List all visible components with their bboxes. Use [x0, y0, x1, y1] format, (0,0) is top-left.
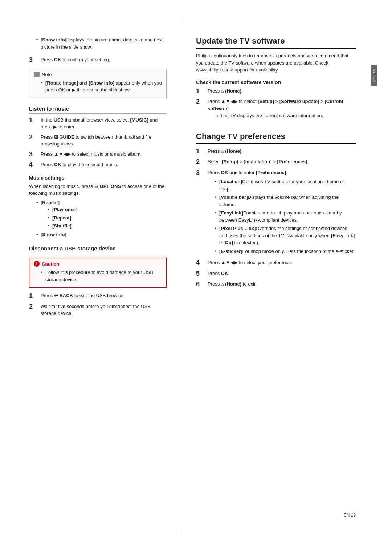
check-step-1: 1 Press ⌂ (Home). [196, 87, 356, 95]
top-bullets: [Show info]Displays the picture name, da… [29, 36, 167, 50]
e-sticker-bullet: [E-sticker]For shop mode only. Sets the … [215, 248, 356, 255]
change-tv-steps: 1 Press ⌂ (Home). 2 Select [Setup] > [In… [196, 148, 356, 288]
step3-confirm: 3 Press OK to confirm your setting. [29, 56, 167, 64]
step3-number: 3 [29, 56, 38, 64]
change-step-2-content: Select [Setup] > [Installation] > [Prefe… [208, 158, 356, 165]
volume-bar-bullet: [Volume bar]Displays the volume bar when… [215, 194, 356, 208]
change-step-5: 5 Press OK. [196, 270, 356, 278]
caution-bullets: Follow this procedure to avoid damage to… [41, 269, 162, 283]
repeat-sub-label: [Repeat] [52, 215, 71, 221]
change-tv-heading: Change TV preferences [196, 132, 356, 144]
setup-label-2: [Setup] [222, 159, 238, 164]
listen-music-heading: Listen to music [29, 106, 167, 114]
repeat-bullet: [Repeat] [Play once] [Repeat] [Shuffle] [36, 199, 167, 230]
pixel-plus-bullet: [Pixel Plus Link]Overrides the settings … [215, 225, 356, 246]
change-step-5-num: 5 [196, 270, 205, 278]
disconnect-step-2: 2 Wait for five seconds before you disco… [29, 303, 167, 317]
show-info-music-label: [Show info] [41, 232, 66, 237]
on-inner-label: [On] [223, 240, 233, 245]
change-step-3-num: 3 [196, 169, 205, 177]
left-column: [Show info]Displays the picture name, da… [0, 22, 181, 532]
listen-step-2-num: 2 [29, 134, 38, 141]
disconnect-step-1-num: 1 [29, 292, 38, 300]
repeat-label: [Repeat] [41, 200, 60, 205]
current-software-label: [Current software] [208, 99, 343, 111]
show-info-music-bullet: [Show info] [36, 231, 167, 238]
listen-step-4-content: Press OK to play the selected music. [41, 161, 167, 168]
note-bullets: [Rotate image] and [Show info] appear on… [41, 79, 162, 94]
side-tab: English [371, 65, 377, 86]
step3-content: Press OK to confirm your setting. [41, 56, 167, 63]
update-tv-intro: Philips continuously tries to improve it… [196, 52, 356, 74]
rotate-image-label: [Rotate image] [45, 80, 78, 86]
music-settings-bullets: [Repeat] [Play once] [Repeat] [Shuffle] … [36, 199, 167, 238]
listen-music-steps: 1 In the USB thumbnail browser view, sel… [29, 116, 167, 169]
note-header: Note [34, 72, 162, 77]
check-step-1-content: Press ⌂ (Home). [208, 87, 356, 95]
play-once-bullet: [Play once] [48, 206, 167, 213]
location-bullet: [Location]Optimises TV settings for your… [215, 178, 356, 192]
disconnect-usb-heading: Disconnect a USB storage device [29, 245, 167, 253]
disconnect-step-1: 1 Press ↩ BACK to exit the USB browser. [29, 292, 167, 300]
preferences-bullets: [Location]Optimises TV settings for your… [215, 178, 356, 255]
show-info-bullet: [Show info]Displays the picture name, da… [36, 36, 167, 50]
easylink-bullet: [EasyLink]Enables one-touch play and one… [215, 209, 356, 223]
pixel-plus-label: [Pixel Plus Link] [219, 226, 256, 231]
disconnect-steps: 1 Press ↩ BACK to exit the USB browser. … [29, 292, 167, 317]
ok-play-key: OK [54, 162, 61, 167]
listen-step-3-content: Press ▲▼◀▶ to select music or a music al… [41, 151, 167, 158]
options-key: ⊟ OPTIONS [94, 184, 121, 189]
home-key-1: ⌂ (Home) [221, 88, 241, 94]
note-bullet-1: [Rotate image] and [Show info] appear on… [41, 79, 162, 94]
listen-step-3: 3 Press ▲▼◀▶ to select music or a music … [29, 151, 167, 159]
listen-step-2: 2 Press ⊞ GUIDE to switch between thumbn… [29, 134, 167, 148]
change-step-2: 2 Select [Setup] > [Installation] > [Pre… [196, 158, 356, 166]
guide-key: ⊞ GUIDE [54, 134, 74, 140]
home-key-6: ⌂ (Home) [221, 281, 241, 287]
change-step-3-content: Press OK or▶ to enter [Preferences]. [Lo… [208, 169, 356, 257]
change-step-1-content: Press ⌂ (Home). [208, 148, 356, 155]
note-icon [34, 72, 40, 77]
change-step-3: 3 Press OK or▶ to enter [Preferences]. [… [196, 169, 356, 257]
back-key: ↩ BACK [54, 293, 73, 298]
disconnect-step-2-content: Wait for five seconds before you disconn… [41, 303, 167, 317]
home-key-2: ⌂ (Home) [221, 148, 241, 154]
location-label: [Location] [219, 179, 242, 184]
change-step-5-content: Press OK. [208, 270, 356, 277]
change-step-1-num: 1 [196, 148, 205, 156]
caution-header: ! Caution [34, 261, 162, 267]
caution-icon: ! [34, 261, 40, 267]
change-step-4-num: 4 [196, 259, 205, 267]
note-box: Note [Rotate image] and [Show info] appe… [29, 69, 167, 98]
shuffle-bullet: [Shuffle] [48, 222, 167, 230]
listen-step-1: 1 In the USB thumbnail browser view, sel… [29, 116, 167, 131]
e-sticker-label: [E-sticker] [219, 249, 242, 254]
listen-step-3-num: 3 [29, 151, 38, 159]
disconnect-step-1-content: Press ↩ BACK to exit the USB browser. [41, 292, 167, 299]
ok-key-3: OK [221, 170, 228, 175]
caution-label: Caution [42, 261, 59, 267]
disconnect-step-2-num: 2 [29, 303, 38, 311]
check-software-steps: 1 Press ⌂ (Home). 2 Press ▲▼◀▶ to select… [196, 87, 356, 121]
music-settings-heading: Music settings [29, 175, 167, 181]
preferences-enter-label: [Preferences] [256, 170, 286, 175]
installation-label: [Installation] [244, 159, 271, 164]
play-once-label: [Play once] [52, 207, 77, 212]
show-info-label: [Show info] [41, 37, 66, 42]
change-step-6: 6 Press ⌂ (Home) to exit. [196, 280, 356, 288]
preferences-label: [Preferences] [277, 159, 307, 164]
show-info-note-label: [Show info] [89, 80, 114, 86]
easylink-label: [EasyLink] [219, 210, 243, 216]
listen-step-2-content: Press ⊞ GUIDE to switch between thumbnai… [41, 134, 167, 148]
listen-step-1-num: 1 [29, 116, 38, 124]
software-update-label: [Software update] [279, 99, 319, 104]
shuffle-label: [Shuffle] [52, 223, 72, 229]
volume-bar-label: [Volume bar] [219, 194, 248, 200]
music-settings-intro: When listening to music, press ⊟ OPTIONS… [29, 183, 167, 197]
listen-step-1-content: In the USB thumbnail browser view, selec… [41, 116, 167, 131]
ok-key-5: OK [221, 271, 228, 276]
music-label: [MUSIC] [130, 117, 148, 123]
change-step-4: 4 Press ▲▼◀▶ to select your preference. [196, 259, 356, 267]
repeat-sub-bullets: [Play once] [Repeat] [Shuffle] [48, 206, 167, 230]
check-software-heading: Check the current software version [196, 79, 356, 85]
